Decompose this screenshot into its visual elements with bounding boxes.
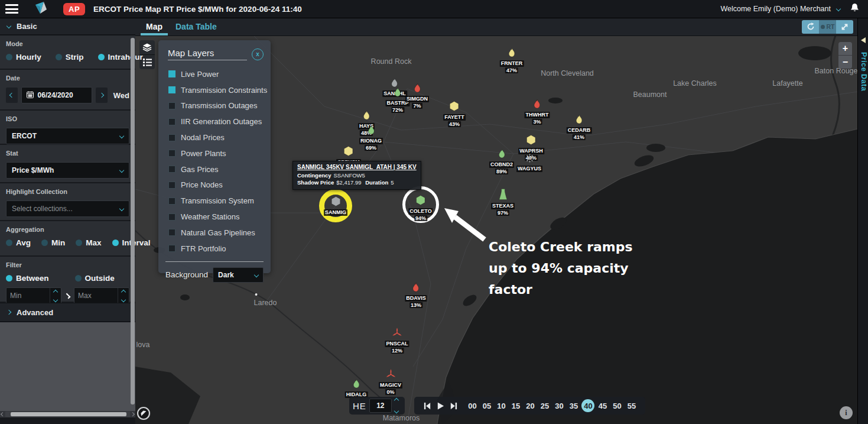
layer-item-price-nodes[interactable]: Price Nodes: [158, 177, 271, 193]
plant-marker-hidalg[interactable]: HIDALG: [345, 379, 368, 398]
radio-aggregation-max[interactable]: Max: [76, 238, 101, 247]
hour-step-up-icon[interactable]: [394, 398, 399, 403]
plant-marker-simgdn[interactable]: SIMGDN7%: [405, 83, 429, 109]
layer-checkbox[interactable]: [168, 198, 175, 205]
plant-marker-cedarb[interactable]: CEDARB41%: [567, 115, 592, 140]
user-menu-chevron-icon[interactable]: [836, 7, 841, 11]
sidebar-vertical-scrollbar[interactable]: [131, 38, 135, 404]
stat-select[interactable]: Price $/MWh: [6, 162, 129, 179]
plant-marker-stexas[interactable]: STEXAS97%: [491, 189, 515, 216]
layer-checkbox[interactable]: [168, 134, 175, 141]
fullscreen-button[interactable]: [836, 20, 853, 34]
plant-marker-magicv[interactable]: MAGICV0%: [379, 369, 402, 395]
time-button-05[interactable]: 05: [480, 399, 493, 412]
plant-marker-pnscal[interactable]: PNSCAL12%: [385, 328, 409, 354]
app-logo-icon[interactable]: [34, 1, 48, 17]
plant-marker-bdavis[interactable]: BDAVIS13%: [405, 283, 427, 308]
play-button[interactable]: [434, 399, 447, 413]
advanced-section-header[interactable]: Advanced: [0, 303, 135, 322]
time-button-30[interactable]: 30: [552, 399, 565, 412]
plant-marker-rionag[interactable]: RIONAG69%: [359, 125, 383, 151]
min-step-up-button[interactable]: [50, 288, 61, 296]
scroll-right-arrow-icon[interactable]: [130, 413, 135, 416]
time-button-55[interactable]: 55: [625, 399, 638, 412]
max-step-up-button[interactable]: [118, 288, 129, 296]
date-prev-button[interactable]: [6, 88, 18, 103]
close-panel-button[interactable]: x: [252, 48, 264, 60]
hour-step-down-icon[interactable]: [394, 409, 399, 413]
time-button-40[interactable]: 40: [581, 399, 594, 412]
time-button-20[interactable]: 20: [524, 399, 537, 412]
tab-map[interactable]: Map: [144, 18, 165, 35]
layer-checkbox[interactable]: [168, 182, 175, 189]
time-button-15[interactable]: 15: [509, 399, 522, 412]
time-button-00[interactable]: 00: [466, 399, 479, 412]
layer-item-gas-prices[interactable]: Gas Prices: [158, 161, 271, 177]
plant-marker-coleto[interactable]: COLETO94%: [408, 195, 433, 221]
layer-item-natural-gas-pipelines[interactable]: Natural Gas Pipelines: [158, 225, 271, 241]
info-button[interactable]: i: [840, 406, 853, 419]
layer-checkbox[interactable]: [168, 150, 175, 157]
radio-filter-between[interactable]: Between: [6, 274, 49, 283]
layer-checkbox[interactable]: [168, 70, 175, 77]
skip-forward-button[interactable]: [447, 399, 460, 413]
layer-item-transmission-outages[interactable]: Transmission Outages: [158, 98, 271, 114]
scrollbar-thumb[interactable]: [11, 412, 126, 416]
layer-checkbox[interactable]: [168, 245, 175, 252]
background-select[interactable]: Dark: [213, 267, 264, 283]
date-input[interactable]: 06/24/2020: [21, 87, 93, 103]
basic-section-header[interactable]: Basic: [0, 18, 135, 35]
filter-max-input[interactable]: [74, 288, 118, 303]
layer-item-transmission-constraints[interactable]: Transmission Constraints: [158, 82, 271, 98]
scroll-left-arrow-icon[interactable]: [0, 413, 5, 416]
radio-mode-strip[interactable]: Strip: [56, 53, 84, 62]
hour-ending-input[interactable]: [369, 399, 392, 413]
panel-expand-arrow-icon[interactable]: [861, 37, 866, 43]
refresh-button[interactable]: [802, 20, 819, 34]
time-button-35[interactable]: 35: [567, 399, 580, 412]
skip-back-button[interactable]: [421, 399, 434, 413]
zoom-in-button[interactable]: +: [838, 42, 852, 56]
plant-marker-frnter[interactable]: FRNTER47%: [500, 48, 524, 73]
layer-item-iir-generation-outages[interactable]: IIR Generation Outages: [158, 114, 271, 130]
notifications-bell-icon[interactable]: [850, 3, 860, 15]
workspace-badge[interactable]: AP: [63, 3, 85, 15]
time-button-25[interactable]: 25: [538, 399, 551, 412]
zoom-out-button[interactable]: −: [838, 56, 852, 69]
time-button-10[interactable]: 10: [495, 399, 508, 412]
radio-aggregation-avg[interactable]: Avg: [6, 238, 31, 247]
time-button-50[interactable]: 50: [610, 399, 623, 412]
layer-checkbox[interactable]: [168, 118, 175, 125]
layer-item-nodal-prices[interactable]: Nodal Prices: [158, 130, 271, 145]
radio-mode-intrahour[interactable]: Intrahour: [98, 53, 143, 62]
layer-checkbox[interactable]: [168, 229, 175, 236]
plant-marker-fayett[interactable]: FAYETT43%: [443, 101, 466, 127]
layer-item-weather-stations[interactable]: Weather Stations: [158, 209, 271, 225]
time-button-45[interactable]: 45: [596, 399, 609, 412]
plant-marker-wagyus[interactable]: WAGYUS: [516, 154, 542, 172]
date-next-button[interactable]: [96, 88, 108, 103]
plant-marker-sanmig[interactable]: SANMIG: [324, 196, 347, 216]
price-data-tab[interactable]: Price Data: [860, 52, 868, 91]
plant-marker-thwhrt[interactable]: THWHRT3%: [525, 99, 550, 125]
layer-checkbox[interactable]: [168, 166, 175, 173]
plant-marker-cobnd2[interactable]: COBND289%: [489, 149, 514, 174]
layer-checkbox[interactable]: [168, 213, 175, 221]
layer-item-transmission-system[interactable]: Transmission System: [158, 193, 271, 209]
layer-item-power-plants[interactable]: Power Plants: [158, 145, 271, 161]
hamburger-menu-icon[interactable]: [5, 4, 18, 14]
iso-select[interactable]: ERCOT: [6, 128, 129, 144]
highlight-collection-select[interactable]: Select collections...: [6, 200, 129, 217]
layer-item-live-power[interactable]: Live Power: [158, 66, 271, 82]
radio-mode-hourly[interactable]: Hourly: [6, 53, 41, 62]
filter-min-input[interactable]: [6, 288, 50, 303]
layer-item-ftr-portfolio[interactable]: FTR Portfolio: [158, 241, 271, 257]
layer-checkbox[interactable]: [168, 102, 175, 109]
welcome-user-label[interactable]: Welcome Emily (Demo) Merchant: [720, 5, 831, 13]
radio-filter-outside[interactable]: Outside: [75, 274, 115, 283]
compass-button[interactable]: [136, 406, 151, 423]
sidebar-horizontal-scrollbar[interactable]: [0, 411, 135, 417]
tab-data-table[interactable]: Data Table: [173, 18, 219, 35]
layer-checkbox[interactable]: [168, 86, 175, 93]
rt-toggle-button[interactable]: RT: [819, 20, 836, 34]
